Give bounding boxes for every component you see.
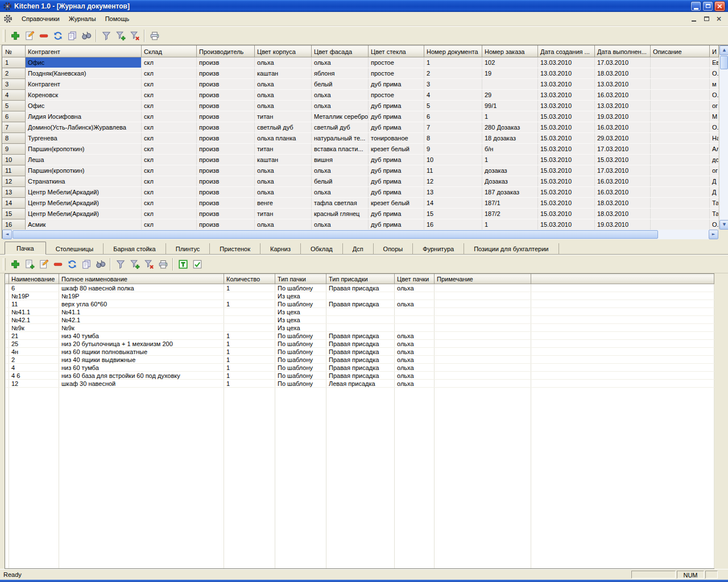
- tab-item[interactable]: Дсп: [343, 243, 374, 255]
- cell[interactable]: 13.03.2010: [538, 79, 595, 90]
- copy-button[interactable]: [79, 257, 93, 271]
- cell[interactable]: 13.03.2010: [538, 90, 595, 101]
- cell[interactable]: [435, 340, 531, 348]
- cell[interactable]: 16.03.2010: [595, 187, 651, 198]
- cell[interactable]: 25: [9, 340, 59, 348]
- cell[interactable]: произв: [197, 133, 255, 144]
- cell[interactable]: 13.03.2010: [595, 101, 651, 111]
- row-number[interactable]: 3: [3, 79, 26, 90]
- cell[interactable]: 13.03.2010: [538, 68, 595, 79]
- cell[interactable]: О.: [710, 122, 719, 133]
- cell[interactable]: титан: [255, 209, 312, 219]
- cell[interactable]: [435, 284, 531, 292]
- cell[interactable]: ольха: [395, 340, 435, 348]
- column-header[interactable]: Цвет пачки: [395, 275, 435, 284]
- cell[interactable]: белый: [312, 176, 369, 187]
- scroll-down-icon[interactable]: ▼: [719, 220, 728, 230]
- cell[interactable]: дуб прима: [369, 219, 424, 230]
- cell[interactable]: Правая присадка: [326, 300, 395, 308]
- cell[interactable]: Из цеха: [275, 316, 326, 324]
- cell[interactable]: Д: [710, 176, 719, 187]
- cell[interactable]: 1: [224, 348, 275, 356]
- cell[interactable]: 102: [482, 57, 538, 68]
- cell[interactable]: [326, 292, 395, 300]
- cell[interactable]: 17.03.2010: [595, 57, 651, 68]
- cell[interactable]: произв: [197, 219, 255, 230]
- cell[interactable]: крезет белый: [369, 144, 424, 155]
- cell[interactable]: [651, 111, 710, 122]
- cell[interactable]: Левая присадка: [326, 380, 395, 388]
- cell[interactable]: ольха: [255, 57, 312, 68]
- cell[interactable]: Паршин(кропоткин): [26, 144, 142, 155]
- cell[interactable]: [435, 316, 531, 324]
- cell[interactable]: 4 6: [9, 372, 59, 380]
- cell[interactable]: 99/1: [482, 101, 538, 111]
- scroll-left-icon[interactable]: ◄: [2, 230, 12, 239]
- cell[interactable]: Кореновск: [26, 90, 142, 101]
- cell[interactable]: светлый дуб: [312, 122, 369, 133]
- cell[interactable]: дуб прима: [369, 111, 424, 122]
- cell[interactable]: По шаблону: [275, 372, 326, 380]
- cell[interactable]: 18.03.2010: [595, 209, 651, 219]
- cell[interactable]: м: [710, 79, 719, 90]
- cell[interactable]: произв: [197, 187, 255, 198]
- cell[interactable]: скл: [142, 187, 197, 198]
- cell[interactable]: 11: [424, 165, 482, 176]
- cell[interactable]: 2: [9, 356, 59, 364]
- vertical-scrollbar[interactable]: ▲ ▼: [719, 45, 728, 230]
- column-header[interactable]: Номер документа: [424, 46, 482, 57]
- cell[interactable]: Правая присадка: [326, 372, 395, 380]
- cell[interactable]: простое: [369, 90, 424, 101]
- cell[interactable]: №19Р: [9, 292, 59, 300]
- cell[interactable]: ольха: [255, 90, 312, 101]
- cell[interactable]: По шаблону: [275, 356, 326, 364]
- cell[interactable]: По шаблону: [275, 348, 326, 356]
- cell[interactable]: дуб прима: [369, 187, 424, 198]
- cell[interactable]: произв: [197, 144, 255, 155]
- tab-item[interactable]: Позиции для бухгалтерии: [464, 243, 559, 255]
- cell[interactable]: Центр Мебели(Аркадий): [26, 187, 142, 198]
- cell[interactable]: низ 40 ящики выдвижные: [59, 356, 224, 364]
- column-header[interactable]: Полное наименование: [59, 275, 224, 284]
- cell[interactable]: Асмик: [26, 219, 142, 230]
- cell[interactable]: дуб прима: [369, 165, 424, 176]
- cell[interactable]: верх угла 60*60: [59, 300, 224, 308]
- cell[interactable]: 4: [9, 364, 59, 372]
- cell[interactable]: низ 40 тумба: [59, 332, 224, 340]
- cell[interactable]: [531, 380, 714, 388]
- cell[interactable]: ольха: [255, 101, 312, 111]
- cell[interactable]: произв: [197, 165, 255, 176]
- cell[interactable]: ольха: [312, 219, 369, 230]
- cell[interactable]: произв: [197, 209, 255, 219]
- row-number[interactable]: 6: [3, 111, 26, 122]
- cell[interactable]: дуб прима: [369, 79, 424, 90]
- cell[interactable]: Странаткина: [26, 176, 142, 187]
- cell[interactable]: 8: [424, 133, 482, 144]
- row-number[interactable]: 8: [3, 133, 26, 144]
- tab-item[interactable]: Пристенок: [210, 243, 260, 255]
- cell[interactable]: 16: [424, 219, 482, 230]
- cell[interactable]: [435, 292, 531, 300]
- menu-item[interactable]: Справочники: [17, 14, 64, 24]
- cell[interactable]: дуб прима: [369, 209, 424, 219]
- cell[interactable]: 13.03.2010: [538, 101, 595, 111]
- cell[interactable]: простое: [369, 57, 424, 68]
- row-number[interactable]: 5: [3, 101, 26, 111]
- cell[interactable]: Та: [710, 209, 719, 219]
- cell[interactable]: 13.03.2010: [538, 57, 595, 68]
- cell[interactable]: 17.03.2010: [595, 165, 651, 176]
- cell[interactable]: 15.03.2010: [538, 165, 595, 176]
- cell[interactable]: Из цеха: [275, 292, 326, 300]
- cell[interactable]: Ев: [710, 57, 719, 68]
- cell[interactable]: №9к: [9, 324, 59, 332]
- cell[interactable]: 1: [224, 284, 275, 292]
- cell[interactable]: ольха планка: [255, 133, 312, 144]
- cell[interactable]: 187/1: [482, 198, 538, 209]
- print-button[interactable]: [156, 257, 170, 271]
- cell[interactable]: Дозаказ: [482, 176, 538, 187]
- cell[interactable]: По шаблону: [275, 300, 326, 308]
- cell[interactable]: 13: [424, 187, 482, 198]
- cell[interactable]: 1: [224, 380, 275, 388]
- cell[interactable]: скл: [142, 219, 197, 230]
- cell[interactable]: простое: [369, 68, 424, 79]
